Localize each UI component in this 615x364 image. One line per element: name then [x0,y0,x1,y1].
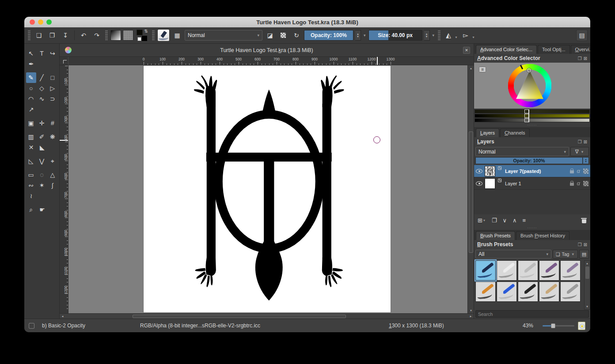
chevron-down-icon[interactable]: ▾ [471,30,476,41]
pattern-chooser-button[interactable] [123,30,133,41]
minimize-window-button[interactable] [38,19,43,25]
toolbar-drag-handle[interactable] [28,30,30,41]
layer-name[interactable]: Layer 1 [505,181,568,186]
brush-preset-basic-2-opacity[interactable] [475,260,496,281]
move-layer-up-button[interactable]: ∧ [512,217,517,224]
tool-text[interactable]: T [37,48,47,59]
document-size-info[interactable]: 1300 x 1300 (18.3 MiB) [389,319,444,332]
tool-similar-select[interactable]: ✶ [37,180,47,191]
tool-rect-select[interactable]: ▭ [26,169,36,180]
delete-layer-button[interactable] [581,218,587,223]
canvas-page[interactable] [144,66,391,312]
tool-freehand-path[interactable]: ∿ [37,94,47,104]
shade-strip[interactable] [475,114,590,118]
foreground-color-swatch[interactable] [137,30,143,35]
close-panel-icon[interactable]: ⊠ [584,56,587,61]
dock-splitter[interactable]: ······ [474,124,590,127]
layer-name[interactable]: Layer 7(pasted) [505,169,568,174]
toolbar-drag-handle[interactable] [152,30,155,41]
chevron-down-icon[interactable]: ▾ [454,30,459,41]
opacity-slider[interactable]: Opacity: 100% [304,30,353,41]
inherit-alpha-icon[interactable] [583,169,588,174]
move-layer-down-button[interactable]: ∨ [503,217,507,224]
layer-thumbnail[interactable] [485,166,495,176]
horizontal-scrollbar[interactable]: ◂ ▸ [60,313,474,319]
float-panel-icon[interactable]: ❐ [578,139,582,144]
alpha-lock-icon[interactable]: α [577,180,580,187]
scroll-up-icon[interactable]: ▴ [468,65,474,71]
tool-edit-shapes[interactable]: ↪ [47,48,57,59]
selection-mode-icon[interactable] [29,319,34,332]
background-color-swatch[interactable] [137,37,141,41]
tool-freehand-select[interactable]: ∾ [26,180,36,191]
spin-down-icon[interactable]: ▾ [357,35,359,38]
lock-icon[interactable] [570,170,574,173]
float-panel-icon[interactable]: ❐ [578,56,582,61]
toolbar-drag-handle[interactable] [438,30,440,41]
brush-preset-pencil-hb[interactable] [539,281,559,302]
brush-preset-marker-black[interactable] [518,281,538,302]
tab-layers[interactable]: Layers [476,128,499,137]
tool-bezier-curve[interactable]: ◠ [26,94,36,104]
brush-preset-ink-brush[interactable] [539,260,559,281]
tab-advanced-color-selector[interactable]: Advanced Color Selec... [476,45,537,54]
tool-reference-images[interactable]: ⌖ [47,156,57,166]
choose-workspace-button[interactable]: ▤ [576,30,588,41]
view-mode-button[interactable]: ▤ [579,250,589,259]
canvas-only-mode-button[interactable] [578,319,585,332]
preset-scrollbar[interactable]: ▲ ▼ [584,260,590,310]
vertical-scrollbar-thumb[interactable] [469,131,473,253]
tool-calligraphy[interactable]: ✒ [26,59,37,69]
layer-thumbnail[interactable] [485,178,495,189]
zoom-slider[interactable] [543,319,574,332]
layer-opacity-slider[interactable]: Opacity: 100% [475,157,583,164]
add-layer-button[interactable]: ⊞▾ [478,217,486,224]
preset-scrollbar-thumb[interactable] [585,266,589,279]
tool-fill[interactable]: ◣ [37,142,48,153]
chevron-down-icon[interactable]: ▾ [364,33,366,38]
lock-icon[interactable] [570,183,574,186]
layer-visibility-icon[interactable] [476,181,482,186]
colorspace-info[interactable]: RGB/Alpha (8-bit integer...sRGB-elle-V2-… [140,319,260,332]
brush-preset-pen-soft[interactable] [497,260,517,281]
tab-brush-preset-history[interactable]: Brush Preset History [516,231,569,240]
tool-polygon[interactable]: ◇ [37,83,47,94]
tag-button[interactable]: ❑ Tag ▾ [553,250,578,259]
dock-splitter[interactable]: ······ [474,226,590,230]
tab-channels[interactable]: Channels [500,128,530,137]
tab-overview[interactable]: Overvi... [571,45,590,54]
mirror-vertical-button[interactable]: ▻ [460,30,471,41]
zoom-slider-thumb[interactable] [551,323,555,328]
layer-properties-button[interactable]: ≡ [523,217,526,224]
brush-preset-marker-chisel[interactable] [560,281,581,302]
scroll-down-icon[interactable]: ▼ [585,304,590,309]
zoom-percentage[interactable]: 43% [523,319,533,332]
brush-preset-pencil-blue[interactable] [497,281,517,302]
foreground-background-colors[interactable]: ⇅ [137,30,148,41]
tool-zoom[interactable]: ⌕ [26,204,37,215]
shade-strip[interactable] [475,118,590,122]
open-document-button[interactable]: ❐ [46,30,58,41]
advanced-color-selector[interactable]: ≣ [474,63,590,109]
shade-strip[interactable] [475,109,590,113]
preset-search-input[interactable] [475,310,589,318]
close-window-button[interactable] [30,19,35,25]
brush-preset-detail-brush[interactable] [475,281,496,302]
tool-bezier-select[interactable]: ∫ [47,180,57,191]
tool-crop[interactable]: # [47,118,57,128]
tool-line[interactable]: ╱ [37,72,47,83]
brush-preset-dry-brush[interactable] [560,260,581,281]
tab-tool-options[interactable]: Tool Opti... [538,45,570,54]
document-tab-title[interactable]: Turtle Haven Logo Test.kra (18.3 MiB) [220,47,313,53]
undo-button[interactable]: ↶ [78,30,89,41]
toolbar-drag-handle[interactable] [105,30,108,41]
tool-dynamic-brush[interactable]: ⊃ [47,94,57,104]
zoom-window-button[interactable] [46,19,52,25]
float-panel-icon[interactable]: ❐ [578,242,582,247]
choose-brush-preset-button[interactable]: ▦ [171,30,183,41]
layer-visibility-icon[interactable] [476,169,482,173]
close-panel-icon[interactable]: ⊠ [584,139,587,144]
brush-size-slider[interactable]: Size: 40.00 px [368,30,422,41]
horizontal-scrollbar-thumb[interactable] [133,315,346,318]
tool-freehand-brush[interactable]: ✎ [26,72,36,83]
